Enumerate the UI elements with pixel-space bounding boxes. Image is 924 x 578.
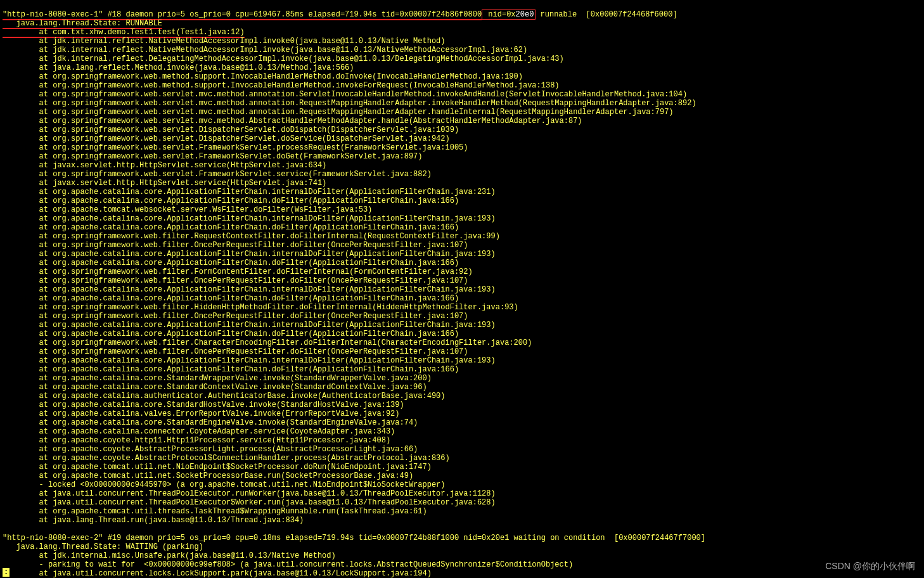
thread-state-2: java.lang.Thread.State: WAITING (parking… [3,543,203,551]
pager-prompt[interactable]: : [3,568,10,577]
nid-highlight: nid=0x20e0 [482,10,536,20]
watermark: CSDN @你的小伙伴啊 [825,562,915,570]
stack-trace-1: at jdk.internal.reflect.NativeMethodAcce… [3,37,696,525]
thread-header-2: "http-nio-8080-exec-2" #19 daemon prio=5… [3,534,705,543]
stack-trace-2: at jdk.internal.misc.Unsafe.park(java.ba… [3,551,651,578]
terminal-output[interactable]: "http-nio-8080-exec-1" #18 daemon prio=5… [0,0,924,578]
